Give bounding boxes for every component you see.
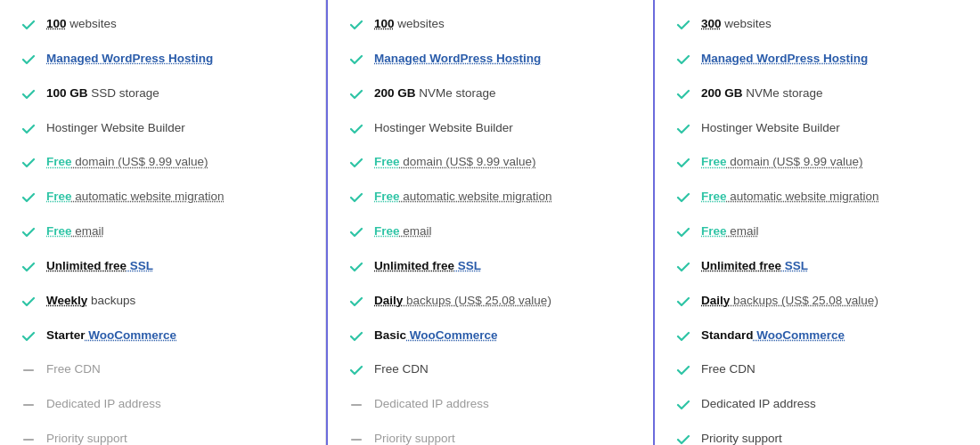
list-item: Unlimited free SSL bbox=[676, 251, 959, 286]
list-item: Managed WordPress Hosting bbox=[21, 44, 304, 78]
feature-label: Free domain (US$ 9.99 value) bbox=[374, 153, 536, 171]
feature-label: Managed WordPress Hosting bbox=[701, 50, 868, 68]
check-icon bbox=[676, 431, 692, 445]
feature-label: 200 GB NVMe storage bbox=[701, 85, 823, 102]
list-item: Dedicated IP address bbox=[349, 389, 632, 424]
feature-list-1: 100 websites Managed WordPress Hosting 1… bbox=[21, 9, 304, 445]
plan-column-2: 100 websites Managed WordPress Hosting 2… bbox=[326, 0, 655, 445]
check-icon bbox=[349, 85, 365, 107]
list-item: Daily backups (US$ 25.08 value) bbox=[676, 286, 959, 320]
list-item: Free CDN bbox=[21, 354, 304, 389]
feature-label: Free email bbox=[701, 222, 759, 240]
list-item: Free automatic website migration bbox=[676, 182, 959, 216]
check-icon bbox=[676, 258, 692, 279]
list-item: Priority support bbox=[349, 424, 632, 445]
feature-label: Unlimited free SSL bbox=[701, 257, 808, 275]
check-icon bbox=[349, 223, 365, 245]
plan-column-3: 300 websites Managed WordPress Hosting 2… bbox=[655, 0, 980, 445]
list-item: Daily backups (US$ 25.08 value) bbox=[349, 286, 632, 320]
feature-list-3: 300 websites Managed WordPress Hosting 2… bbox=[676, 9, 959, 445]
dash-icon bbox=[21, 396, 37, 417]
list-item: Hostinger Website Builder bbox=[21, 113, 304, 148]
dash-icon bbox=[21, 361, 37, 383]
check-icon bbox=[21, 293, 37, 314]
list-item: Managed WordPress Hosting bbox=[676, 44, 959, 78]
feature-label: Hostinger Website Builder bbox=[46, 119, 185, 137]
feature-label: Standard WooCommerce bbox=[701, 327, 845, 344]
check-icon bbox=[21, 189, 37, 210]
list-item: Starter WooCommerce bbox=[21, 320, 304, 355]
list-item: Managed WordPress Hosting bbox=[349, 44, 632, 78]
check-icon bbox=[21, 328, 37, 349]
check-icon bbox=[676, 223, 692, 245]
list-item: Free email bbox=[676, 216, 959, 251]
list-item: 100 GB SSD storage bbox=[21, 78, 304, 113]
check-icon bbox=[349, 16, 365, 37]
feature-label: Free email bbox=[374, 222, 432, 240]
feature-label: Managed WordPress Hosting bbox=[374, 50, 541, 68]
feature-label: 100 websites bbox=[374, 15, 445, 33]
list-item: 300 websites bbox=[676, 9, 959, 44]
feature-label: Unlimited free SSL bbox=[374, 257, 481, 275]
check-icon bbox=[349, 258, 365, 279]
list-item: Dedicated IP address bbox=[21, 389, 304, 424]
list-item: 100 websites bbox=[349, 9, 632, 44]
list-item: Standard WooCommerce bbox=[676, 320, 959, 355]
list-item: 200 GB NVMe storage bbox=[349, 78, 632, 113]
feature-label: Free CDN bbox=[701, 360, 755, 378]
list-item: Weekly backups bbox=[21, 286, 304, 320]
check-icon bbox=[676, 293, 692, 314]
list-item: Basic WooCommerce bbox=[349, 320, 632, 355]
feature-label: Hostinger Website Builder bbox=[701, 119, 840, 137]
check-icon bbox=[21, 51, 37, 72]
feature-label: Free CDN bbox=[46, 360, 101, 378]
check-icon bbox=[21, 154, 37, 175]
dash-icon bbox=[349, 431, 365, 445]
list-item: Free domain (US$ 9.99 value) bbox=[349, 147, 632, 182]
feature-label: Free domain (US$ 9.99 value) bbox=[701, 153, 863, 171]
feature-label: Free CDN bbox=[374, 360, 429, 378]
check-icon bbox=[676, 328, 692, 349]
check-icon bbox=[676, 189, 692, 210]
check-icon bbox=[21, 258, 37, 279]
check-icon bbox=[349, 328, 365, 349]
feature-label: Priority support bbox=[374, 430, 455, 445]
list-item: Hostinger Website Builder bbox=[349, 113, 632, 148]
feature-label: Unlimited free SSL bbox=[46, 257, 153, 275]
list-item: 100 websites bbox=[21, 9, 304, 44]
feature-label: Hostinger Website Builder bbox=[374, 119, 513, 137]
check-icon bbox=[21, 223, 37, 245]
check-icon bbox=[676, 154, 692, 175]
feature-label: Priority support bbox=[46, 430, 127, 445]
check-icon bbox=[349, 189, 365, 210]
feature-label: 200 GB NVMe storage bbox=[374, 85, 496, 102]
feature-label: Daily backups (US$ 25.08 value) bbox=[701, 292, 878, 310]
check-icon bbox=[676, 85, 692, 107]
check-icon bbox=[676, 396, 692, 417]
list-item: 200 GB NVMe storage bbox=[676, 78, 959, 113]
check-icon bbox=[21, 85, 37, 107]
list-item: Hostinger Website Builder bbox=[676, 113, 959, 148]
feature-label: Basic WooCommerce bbox=[374, 327, 498, 344]
check-icon bbox=[676, 51, 692, 72]
list-item: Free automatic website migration bbox=[21, 182, 304, 216]
feature-label: Dedicated IP address bbox=[374, 395, 489, 413]
check-icon bbox=[349, 293, 365, 314]
feature-label: Free automatic website migration bbox=[701, 188, 879, 206]
list-item: Free domain (US$ 9.99 value) bbox=[676, 147, 959, 182]
check-icon bbox=[21, 16, 37, 37]
feature-label: Free domain (US$ 9.99 value) bbox=[46, 153, 208, 171]
check-icon bbox=[349, 154, 365, 175]
dash-icon bbox=[21, 431, 37, 445]
plan-column-1: 100 websites Managed WordPress Hosting 1… bbox=[0, 0, 326, 445]
check-icon bbox=[349, 361, 365, 383]
feature-label: Dedicated IP address bbox=[46, 395, 161, 413]
feature-label: Starter WooCommerce bbox=[46, 327, 176, 344]
feature-label: 100 websites bbox=[46, 15, 117, 33]
list-item: Free CDN bbox=[676, 354, 959, 389]
feature-label: Weekly backups bbox=[46, 292, 135, 310]
list-item: Unlimited free SSL bbox=[21, 251, 304, 286]
feature-list-2: 100 websites Managed WordPress Hosting 2… bbox=[349, 9, 632, 445]
list-item: Priority support bbox=[21, 424, 304, 445]
check-icon bbox=[349, 120, 365, 142]
